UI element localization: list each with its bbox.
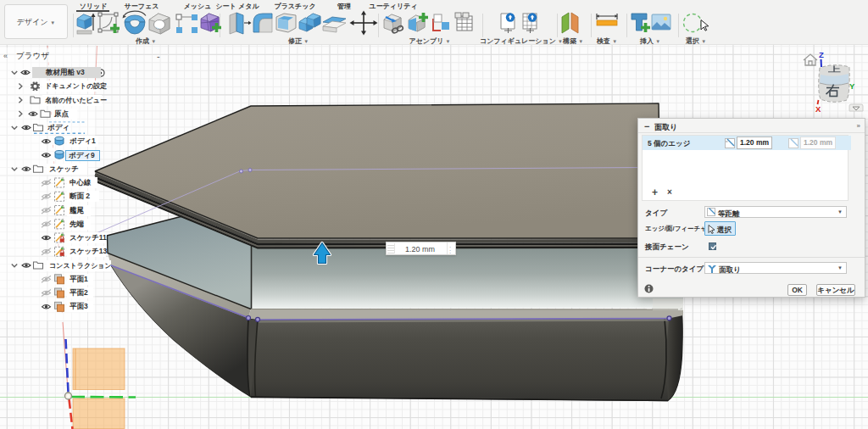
svg-text:X: X xyxy=(815,104,821,114)
svg-text:Y: Y xyxy=(849,81,855,91)
svg-text:Z: Z xyxy=(819,50,824,59)
